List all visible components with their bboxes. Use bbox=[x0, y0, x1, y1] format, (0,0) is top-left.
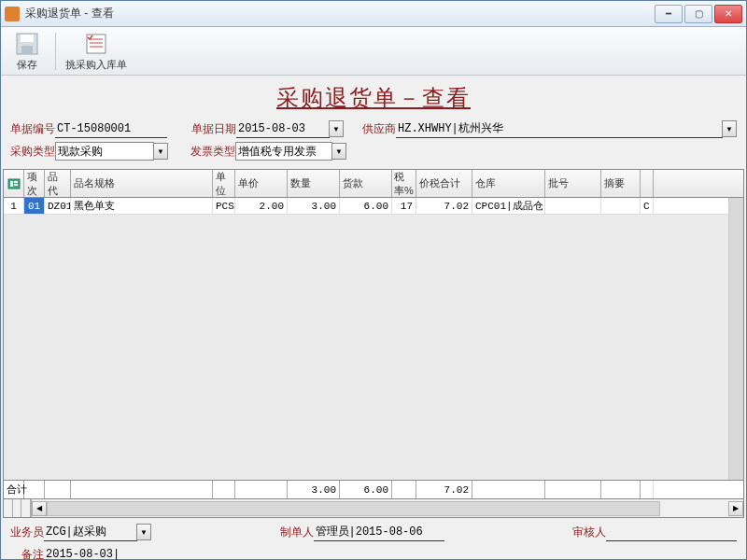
grid-body: 1 01 DZ0101 黑色单支 PCS 2.00 3.00 6.00 17 7… bbox=[4, 198, 743, 480]
cell-qty: 3.00 bbox=[288, 198, 340, 214]
col-qty[interactable]: 数量 bbox=[288, 170, 340, 197]
approver-label: 审核人 bbox=[572, 525, 606, 540]
page-title: 采购退货单－查看 bbox=[1, 76, 746, 119]
col-code[interactable]: 货品代码 bbox=[45, 170, 71, 197]
supplier-dropdown-icon[interactable]: ▼ bbox=[722, 120, 737, 137]
date-dropdown-icon[interactable]: ▼ bbox=[329, 120, 344, 137]
col-tax[interactable]: 税率% bbox=[392, 170, 416, 197]
purchase-type-label: 采购类型 bbox=[10, 144, 55, 160]
titlebar: 采购退货单 - 查看 ━ ▢ ✕ bbox=[1, 1, 746, 27]
cell-wh: CPC01|成品仓 bbox=[472, 198, 545, 214]
remark-field[interactable] bbox=[44, 545, 737, 560]
app-icon bbox=[5, 7, 20, 21]
creator-label: 制单人 bbox=[280, 525, 314, 540]
totals-label: 合计 bbox=[4, 481, 24, 498]
table-row[interactable]: 1 01 DZ0101 黑色单支 PCS 2.00 3.00 6.00 17 7… bbox=[4, 198, 743, 215]
remark-label: 备注 bbox=[21, 547, 44, 561]
col-price[interactable]: 单价 bbox=[235, 170, 288, 197]
cell-tail: C bbox=[641, 198, 654, 214]
cell-rownum: 1 bbox=[4, 198, 24, 214]
save-button[interactable]: 保存 bbox=[7, 29, 48, 74]
col-memo[interactable]: 摘要 bbox=[601, 170, 641, 197]
approver-field bbox=[606, 523, 737, 541]
scroll-right-icon[interactable]: ▶ bbox=[728, 501, 743, 516]
doc-no-field[interactable] bbox=[55, 119, 167, 138]
creator-field bbox=[314, 523, 444, 541]
col-amount[interactable]: 货款 bbox=[340, 170, 392, 197]
svg-rect-9 bbox=[14, 181, 18, 183]
purchase-type-dropdown-icon[interactable]: ▼ bbox=[153, 143, 168, 160]
invoice-type-dropdown-icon[interactable]: ▼ bbox=[331, 143, 346, 160]
cell-taxtotal: 7.02 bbox=[416, 198, 472, 214]
toolbar: 保存 挑采购入库单 bbox=[1, 27, 746, 76]
purchase-type-select[interactable] bbox=[55, 142, 154, 161]
close-button[interactable]: ✕ bbox=[714, 5, 742, 23]
vertical-scrollbar[interactable] bbox=[728, 198, 743, 480]
col-wh[interactable]: 仓库 bbox=[472, 170, 545, 197]
minimize-button[interactable]: ━ bbox=[655, 5, 683, 23]
totals-row: 合计 3.00 6.00 7.02 bbox=[3, 481, 744, 499]
main-window: 采购退货单 - 查看 ━ ▢ ✕ 保存 挑采购入库单 采购退货单－查看 单据编号 bbox=[0, 0, 747, 560]
cell-amount: 6.00 bbox=[340, 198, 392, 214]
col-tail[interactable] bbox=[641, 170, 654, 197]
grid-header-selector[interactable] bbox=[4, 170, 24, 197]
form-area: 单据编号 单据日期 ▼ 供应商 ▼ 采购类型 ▼ 发票类型 ▼ bbox=[1, 119, 746, 167]
col-uom[interactable]: 单位 bbox=[213, 170, 235, 197]
invoice-type-select[interactable] bbox=[235, 142, 332, 161]
svg-rect-3 bbox=[87, 35, 106, 53]
operator-dropdown-icon[interactable]: ▼ bbox=[136, 524, 151, 540]
grid-header: 项次 货品代码 品名规格 单位 单价 数量 货款 税率% 价税合计 仓库 批号 … bbox=[4, 170, 743, 198]
data-grid: 项次 货品代码 品名规格 单位 单价 数量 货款 税率% 价税合计 仓库 批号 … bbox=[3, 169, 744, 481]
totals-taxtotal: 7.02 bbox=[416, 481, 472, 498]
invoice-type-label: 发票类型 bbox=[190, 144, 235, 160]
doc-date-field[interactable] bbox=[236, 119, 330, 138]
svg-rect-2 bbox=[21, 46, 33, 53]
operator-field[interactable] bbox=[44, 523, 137, 541]
toolbar-separator bbox=[55, 33, 56, 70]
svg-rect-10 bbox=[14, 184, 18, 186]
col-batch[interactable]: 批号 bbox=[545, 170, 601, 197]
cell-batch bbox=[545, 198, 601, 214]
cell-uom: PCS bbox=[213, 198, 235, 214]
window-controls: ━ ▢ ✕ bbox=[655, 5, 742, 23]
cell-code: DZ0101 bbox=[45, 198, 71, 214]
totals-qty: 3.00 bbox=[288, 481, 340, 498]
doc-no-label: 单据编号 bbox=[10, 121, 55, 137]
list-icon bbox=[83, 31, 109, 57]
cell-price: 2.00 bbox=[235, 198, 288, 214]
cell-item: 01 bbox=[24, 198, 45, 214]
cell-memo bbox=[601, 198, 641, 214]
col-seq[interactable]: 项次 bbox=[24, 170, 45, 197]
doc-date-label: 单据日期 bbox=[191, 121, 236, 137]
footer-form: 业务员 ▼ 制单人 审核人 备注 bbox=[1, 518, 746, 560]
pick-inbound-button[interactable]: 挑采购入库单 bbox=[63, 29, 129, 74]
svg-rect-1 bbox=[21, 35, 34, 42]
horizontal-scrollbar[interactable]: ◀ ▶ bbox=[3, 499, 744, 518]
maximize-button[interactable]: ▢ bbox=[684, 5, 712, 23]
window-title: 采购退货单 - 查看 bbox=[25, 6, 655, 21]
totals-amount: 6.00 bbox=[340, 481, 392, 498]
scroll-left-icon[interactable]: ◀ bbox=[32, 501, 47, 516]
svg-rect-8 bbox=[10, 181, 13, 187]
col-taxtotal[interactable]: 价税合计 bbox=[416, 170, 472, 197]
supplier-label: 供应商 bbox=[362, 121, 396, 137]
save-icon bbox=[14, 31, 40, 57]
operator-label: 业务员 bbox=[10, 525, 44, 540]
supplier-field[interactable] bbox=[396, 119, 723, 138]
cell-name: 黑色单支 bbox=[71, 198, 213, 214]
col-name[interactable]: 品名规格 bbox=[71, 170, 213, 197]
cell-tax: 17 bbox=[392, 198, 416, 214]
